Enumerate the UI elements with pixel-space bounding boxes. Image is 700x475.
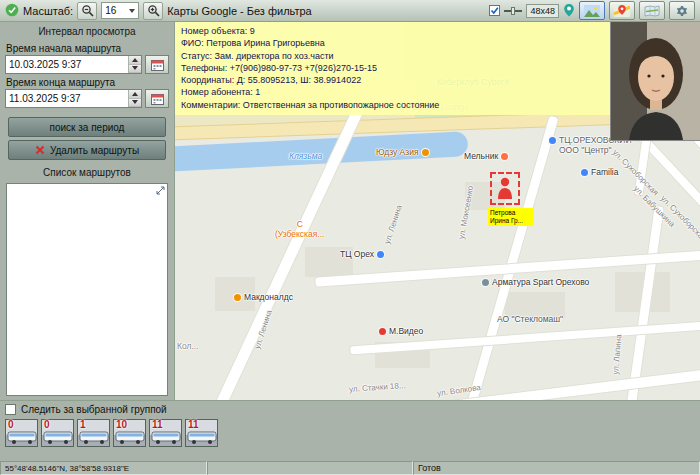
map-view[interactable]: ул. Карасоваул. Ленинаул. Сухоборскаяул.… xyxy=(175,22,700,400)
google-maps-button[interactable] xyxy=(609,1,635,20)
icons-checkbox[interactable] xyxy=(489,5,500,16)
check-icon xyxy=(490,6,499,15)
info-line: Статус: Зам. директора по хоз.части xyxy=(181,50,605,62)
poi-label[interactable]: Юдзу Азия xyxy=(376,148,430,158)
poi-icon xyxy=(378,327,387,336)
marker-name-label[interactable]: Петрова Ирина Гр... xyxy=(488,208,534,226)
delete-routes-label: Удалить маршруты xyxy=(50,145,139,156)
map-layers-button[interactable] xyxy=(639,1,665,20)
poi-text: Кол... xyxy=(177,342,199,352)
slider-handle[interactable] xyxy=(511,7,515,15)
poi-text: С (Узбекская... xyxy=(275,220,324,239)
poi-icon xyxy=(548,136,557,145)
calendar-icon xyxy=(151,93,164,105)
end-calendar-button[interactable] xyxy=(145,89,169,108)
routes-list-header: Список маршрутов xyxy=(5,165,169,181)
poi-icon xyxy=(481,278,490,287)
zoom-in-button[interactable] xyxy=(143,2,163,20)
follow-group-row: Следить за выбранной группой xyxy=(0,401,700,416)
street-label: ул. Ленина xyxy=(383,204,404,245)
info-line: Номер объекта: 9 xyxy=(181,25,605,37)
thumbnail-count: 0 xyxy=(8,419,14,430)
scale-label: Масштаб: xyxy=(23,5,73,17)
start-time-label: Время начала маршрута xyxy=(6,43,169,54)
thumbnail-count: 11 xyxy=(152,419,163,430)
start-time-row: 10.03.2025 9:37 xyxy=(5,55,169,74)
vehicle-thumbnail[interactable]: 0 xyxy=(5,419,38,447)
resize-grip-icon[interactable] xyxy=(156,185,165,197)
poi-label[interactable]: Клязьма xyxy=(289,152,322,162)
poi-text: Юдзу Азия xyxy=(376,148,419,158)
google-maps-icon xyxy=(614,4,630,17)
spin-down-button[interactable] xyxy=(129,99,141,108)
end-time-row: 11.03.2025 9:37 xyxy=(5,89,169,108)
poi-text: Мельник xyxy=(464,152,498,162)
poi-label[interactable]: Мельник xyxy=(464,152,509,162)
folded-map-icon xyxy=(644,5,660,17)
thumbnail-count: 1 xyxy=(80,419,86,430)
street-label: ул. Стачки 18... xyxy=(349,381,406,394)
spin-up-button[interactable] xyxy=(129,56,141,65)
main-toolbar: Масштаб: 16 Карты Google - Без фильтра 4… xyxy=(0,0,700,22)
vehicle-thumbnail[interactable]: 11 xyxy=(149,419,182,447)
start-calendar-button[interactable] xyxy=(145,55,169,74)
thumbnail-count: 0 xyxy=(44,419,50,430)
delete-routes-button[interactable]: Удалить маршруты xyxy=(8,140,166,160)
vehicle-thumbnail[interactable]: 11 xyxy=(185,419,218,447)
street-label: ул. Моисеенко xyxy=(457,185,475,240)
end-time-spinner xyxy=(128,90,141,107)
spin-down-button[interactable] xyxy=(129,65,141,74)
icon-size-slider[interactable] xyxy=(504,10,522,12)
connection-icon xyxy=(5,3,19,19)
poi-label[interactable]: Макдоналдс xyxy=(233,293,293,303)
poi-label[interactable]: С (Узбекская... xyxy=(275,220,324,239)
settings-button[interactable] xyxy=(669,1,695,20)
poi-label[interactable]: Арматура Spart Орехово xyxy=(481,278,589,288)
end-time-value: 11.03.2025 9:37 xyxy=(9,93,81,104)
follow-group-checkbox[interactable] xyxy=(5,404,16,415)
selected-object-marker[interactable] xyxy=(490,172,520,205)
person-icon xyxy=(496,177,514,200)
zoom-level-select[interactable]: 16 xyxy=(101,2,139,19)
bottom-panel: Следить за выбранной группой 0 0 1 10 11… xyxy=(0,400,700,461)
map-pin-icon[interactable] xyxy=(563,3,575,19)
left-panel: Интервал просмотра Время начала маршрута… xyxy=(0,22,175,400)
zoom-out-button[interactable] xyxy=(77,2,97,20)
poi-label[interactable]: Familia xyxy=(580,168,618,178)
poi-icon xyxy=(376,250,385,259)
poi-icon xyxy=(421,148,430,157)
search-period-button[interactable]: поиск за период xyxy=(8,117,166,137)
zoom-level-value: 16 xyxy=(105,5,116,16)
poi-icon xyxy=(500,152,509,161)
search-period-label: поиск за период xyxy=(50,122,125,133)
status-bar: 55°48'48.5146"N, 38°58'58.9318"E Готов xyxy=(0,461,700,475)
start-time-value: 10.03.2025 9:37 xyxy=(9,59,81,70)
photo-mode-button[interactable] xyxy=(579,1,605,20)
spin-up-button[interactable] xyxy=(129,90,141,99)
bus-icon xyxy=(7,431,37,445)
vehicle-thumbnails: 0 0 1 10 11 11 xyxy=(0,416,700,450)
vehicle-thumbnail[interactable]: 0 xyxy=(41,419,74,447)
poi-label[interactable]: ТЦ Орех xyxy=(340,250,385,260)
poi-text: Familia xyxy=(591,168,618,178)
end-time-field[interactable]: 11.03.2025 9:37 xyxy=(5,89,142,108)
poi-label[interactable]: АО "Стекломаш" xyxy=(497,315,563,325)
icon-size-label: 48x48 xyxy=(526,4,559,18)
info-line: Номер абонента: 1 xyxy=(181,86,605,98)
object-photo xyxy=(611,22,700,140)
vehicle-thumbnail[interactable]: 1 xyxy=(77,419,110,447)
poi-label[interactable]: Кол... xyxy=(177,342,199,352)
poi-text: АО "Стекломаш" xyxy=(497,315,563,325)
object-info-overlay: Номер объекта: 9 ФИО: Петрова Ирина Григ… xyxy=(175,22,611,115)
end-time-label: Время конца маршрута xyxy=(6,77,169,88)
routes-list[interactable] xyxy=(6,183,168,396)
vehicle-thumbnail[interactable]: 10 xyxy=(113,419,146,447)
ready-status: Готов xyxy=(413,461,700,475)
start-time-field[interactable]: 10.03.2025 9:37 xyxy=(5,55,142,74)
status-cell-empty xyxy=(207,461,413,475)
poi-label[interactable]: М.Видео xyxy=(378,327,423,337)
calendar-icon xyxy=(151,59,164,71)
street-label: ул. Волкова xyxy=(437,383,482,398)
poi-icon xyxy=(233,293,242,302)
info-line: Комментарии: Ответственная за противопож… xyxy=(181,99,605,111)
